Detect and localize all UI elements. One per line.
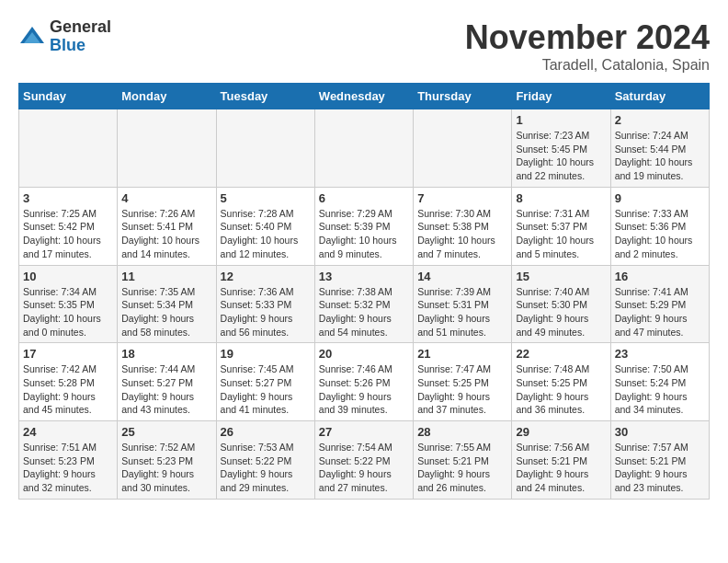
day-number: 5	[221, 191, 311, 205]
calendar-header: SundayMondayTuesdayWednesdayThursdayFrid…	[19, 84, 710, 109]
calendar-cell: 9Sunrise: 7:33 AM Sunset: 5:36 PM Daylig…	[610, 187, 709, 265]
day-info: Sunrise: 7:29 AM Sunset: 5:39 PM Dayligh…	[319, 207, 409, 261]
calendar-cell: 6Sunrise: 7:29 AM Sunset: 5:39 PM Daylig…	[314, 187, 413, 265]
calendar-week-row: 1Sunrise: 7:23 AM Sunset: 5:45 PM Daylig…	[19, 109, 710, 188]
day-number: 20	[319, 347, 409, 361]
day-number: 22	[516, 347, 606, 361]
calendar-cell: 8Sunrise: 7:31 AM Sunset: 5:37 PM Daylig…	[512, 187, 610, 265]
day-info: Sunrise: 7:23 AM Sunset: 5:45 PM Dayligh…	[516, 129, 606, 183]
calendar-cell: 15Sunrise: 7:40 AM Sunset: 5:30 PM Dayli…	[512, 265, 610, 343]
calendar-cell	[314, 109, 413, 188]
weekday-header-row: SundayMondayTuesdayWednesdayThursdayFrid…	[19, 84, 710, 109]
calendar-cell: 26Sunrise: 7:53 AM Sunset: 5:22 PM Dayli…	[216, 421, 314, 500]
calendar-cell: 13Sunrise: 7:38 AM Sunset: 5:32 PM Dayli…	[314, 265, 413, 343]
day-info: Sunrise: 7:46 AM Sunset: 5:26 PM Dayligh…	[319, 362, 409, 417]
day-number: 4	[121, 191, 211, 205]
calendar-cell: 29Sunrise: 7:56 AM Sunset: 5:21 PM Dayli…	[512, 421, 610, 500]
day-info: Sunrise: 7:44 AM Sunset: 5:27 PM Dayligh…	[121, 362, 211, 417]
calendar-week-row: 24Sunrise: 7:51 AM Sunset: 5:23 PM Dayli…	[19, 421, 710, 500]
day-number: 19	[221, 347, 311, 361]
calendar-cell: 7Sunrise: 7:30 AM Sunset: 5:38 PM Daylig…	[414, 187, 512, 265]
location: Taradell, Catalonia, Spain	[465, 57, 710, 74]
day-info: Sunrise: 7:40 AM Sunset: 5:30 PM Dayligh…	[516, 285, 606, 339]
day-info: Sunrise: 7:28 AM Sunset: 5:40 PM Dayligh…	[221, 207, 311, 261]
day-info: Sunrise: 7:39 AM Sunset: 5:31 PM Dayligh…	[417, 285, 507, 339]
calendar-week-row: 17Sunrise: 7:42 AM Sunset: 5:28 PM Dayli…	[19, 343, 710, 421]
calendar-cell	[19, 109, 118, 188]
calendar-cell: 12Sunrise: 7:36 AM Sunset: 5:33 PM Dayli…	[216, 265, 314, 343]
day-info: Sunrise: 7:56 AM Sunset: 5:21 PM Dayligh…	[516, 441, 606, 495]
day-number: 23	[615, 347, 705, 361]
calendar-body: 1Sunrise: 7:23 AM Sunset: 5:45 PM Daylig…	[19, 109, 710, 500]
weekday-header-wednesday: Wednesday	[314, 84, 413, 109]
day-number: 12	[221, 270, 311, 283]
logo: General Blue	[18, 18, 111, 55]
day-info: Sunrise: 7:24 AM Sunset: 5:44 PM Dayligh…	[615, 129, 705, 183]
day-info: Sunrise: 7:54 AM Sunset: 5:22 PM Dayligh…	[319, 441, 409, 495]
calendar-cell: 10Sunrise: 7:34 AM Sunset: 5:35 PM Dayli…	[19, 265, 118, 343]
calendar-cell: 4Sunrise: 7:26 AM Sunset: 5:41 PM Daylig…	[118, 187, 216, 265]
calendar-table: SundayMondayTuesdayWednesdayThursdayFrid…	[18, 83, 710, 500]
day-number: 6	[319, 191, 409, 205]
calendar-cell: 30Sunrise: 7:57 AM Sunset: 5:21 PM Dayli…	[610, 421, 709, 500]
calendar-cell: 2Sunrise: 7:24 AM Sunset: 5:44 PM Daylig…	[610, 109, 709, 188]
calendar-cell: 5Sunrise: 7:28 AM Sunset: 5:40 PM Daylig…	[216, 187, 314, 265]
weekday-header-monday: Monday	[118, 84, 216, 109]
day-number: 15	[516, 270, 606, 283]
day-info: Sunrise: 7:33 AM Sunset: 5:36 PM Dayligh…	[615, 207, 705, 261]
calendar-cell: 22Sunrise: 7:48 AM Sunset: 5:25 PM Dayli…	[512, 343, 610, 421]
calendar-week-row: 3Sunrise: 7:25 AM Sunset: 5:42 PM Daylig…	[19, 187, 710, 265]
calendar-cell: 28Sunrise: 7:55 AM Sunset: 5:21 PM Dayli…	[414, 421, 512, 500]
day-info: Sunrise: 7:55 AM Sunset: 5:21 PM Dayligh…	[417, 441, 507, 495]
day-number: 1	[516, 113, 606, 127]
page-header: General Blue November 2024 Taradell, Cat…	[18, 18, 710, 74]
day-number: 30	[615, 425, 705, 439]
weekday-header-saturday: Saturday	[610, 84, 709, 109]
day-number: 25	[121, 425, 211, 439]
day-number: 21	[417, 347, 507, 361]
day-number: 27	[319, 425, 409, 439]
calendar-cell: 16Sunrise: 7:41 AM Sunset: 5:29 PM Dayli…	[610, 265, 709, 343]
day-info: Sunrise: 7:57 AM Sunset: 5:21 PM Dayligh…	[615, 441, 705, 495]
calendar-cell	[216, 109, 314, 188]
day-number: 14	[417, 270, 507, 283]
month-title: November 2024	[465, 18, 710, 57]
day-info: Sunrise: 7:53 AM Sunset: 5:22 PM Dayligh…	[221, 441, 311, 495]
day-info: Sunrise: 7:26 AM Sunset: 5:41 PM Dayligh…	[121, 207, 211, 261]
day-number: 7	[417, 191, 507, 205]
day-info: Sunrise: 7:52 AM Sunset: 5:23 PM Dayligh…	[121, 441, 211, 495]
calendar-cell: 11Sunrise: 7:35 AM Sunset: 5:34 PM Dayli…	[118, 265, 216, 343]
day-number: 11	[121, 270, 211, 283]
day-info: Sunrise: 7:51 AM Sunset: 5:23 PM Dayligh…	[23, 441, 113, 495]
weekday-header-sunday: Sunday	[19, 84, 118, 109]
day-info: Sunrise: 7:25 AM Sunset: 5:42 PM Dayligh…	[23, 207, 113, 261]
calendar-cell: 24Sunrise: 7:51 AM Sunset: 5:23 PM Dayli…	[19, 421, 118, 500]
day-info: Sunrise: 7:31 AM Sunset: 5:37 PM Dayligh…	[516, 207, 606, 261]
weekday-header-thursday: Thursday	[414, 84, 512, 109]
day-number: 3	[23, 191, 113, 205]
weekday-header-tuesday: Tuesday	[216, 84, 314, 109]
day-number: 16	[615, 270, 705, 283]
day-info: Sunrise: 7:35 AM Sunset: 5:34 PM Dayligh…	[121, 285, 211, 339]
calendar-cell: 20Sunrise: 7:46 AM Sunset: 5:26 PM Dayli…	[314, 343, 413, 421]
weekday-header-friday: Friday	[512, 84, 610, 109]
day-info: Sunrise: 7:48 AM Sunset: 5:25 PM Dayligh…	[516, 362, 606, 417]
calendar-cell: 23Sunrise: 7:50 AM Sunset: 5:24 PM Dayli…	[610, 343, 709, 421]
calendar-cell: 27Sunrise: 7:54 AM Sunset: 5:22 PM Dayli…	[314, 421, 413, 500]
day-info: Sunrise: 7:42 AM Sunset: 5:28 PM Dayligh…	[23, 362, 113, 417]
logo-blue-text: Blue	[50, 37, 111, 55]
day-number: 10	[23, 270, 113, 283]
calendar-cell: 19Sunrise: 7:45 AM Sunset: 5:27 PM Dayli…	[216, 343, 314, 421]
day-number: 8	[516, 191, 606, 205]
day-number: 29	[516, 425, 606, 439]
calendar-cell: 21Sunrise: 7:47 AM Sunset: 5:25 PM Dayli…	[414, 343, 512, 421]
calendar-cell	[414, 109, 512, 188]
calendar-cell: 18Sunrise: 7:44 AM Sunset: 5:27 PM Dayli…	[118, 343, 216, 421]
calendar-cell: 17Sunrise: 7:42 AM Sunset: 5:28 PM Dayli…	[19, 343, 118, 421]
calendar-cell: 1Sunrise: 7:23 AM Sunset: 5:45 PM Daylig…	[512, 109, 610, 188]
calendar-week-row: 10Sunrise: 7:34 AM Sunset: 5:35 PM Dayli…	[19, 265, 710, 343]
day-info: Sunrise: 7:38 AM Sunset: 5:32 PM Dayligh…	[319, 285, 409, 339]
title-area: November 2024 Taradell, Catalonia, Spain	[465, 18, 710, 74]
day-info: Sunrise: 7:30 AM Sunset: 5:38 PM Dayligh…	[417, 207, 507, 261]
day-number: 2	[615, 113, 705, 127]
